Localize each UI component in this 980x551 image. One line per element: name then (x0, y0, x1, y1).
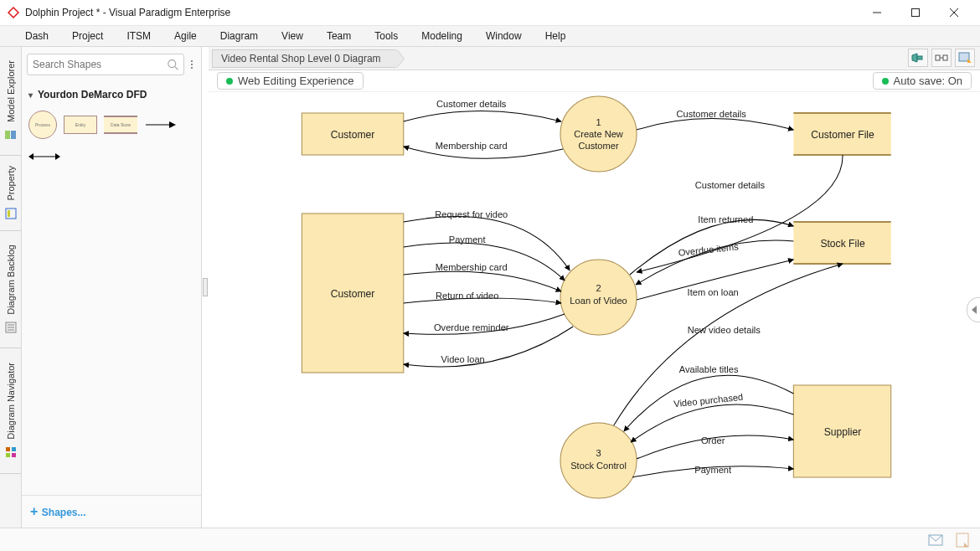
svg-point-18 (168, 60, 175, 68)
menu-help[interactable]: Help (534, 30, 578, 42)
svg-rect-14 (6, 447, 10, 451)
sidetab-diagram-backlog[interactable]: Diagram Backlog (0, 231, 21, 348)
palette-shape-entity[interactable]: Entity (64, 116, 97, 134)
flow-customer-details-1[interactable] (404, 111, 561, 122)
maximize-button[interactable] (896, 0, 935, 25)
menu-window[interactable]: Window (474, 30, 534, 42)
search-shapes-box[interactable] (27, 54, 184, 75)
model-explorer-icon (4, 128, 18, 142)
svg-text:Video loan: Video loan (441, 354, 484, 364)
sidetab-label: Property (6, 166, 16, 201)
sidetab-property[interactable]: Property (0, 156, 21, 231)
svg-text:Item on loan: Item on loan (688, 287, 739, 297)
svg-text:Payment: Payment (449, 234, 486, 245)
shapes-link[interactable]: + Shapes... (30, 507, 85, 518)
titlebar: Dolphin Project * - Visual Paradigm Ente… (0, 0, 980, 25)
close-button[interactable] (935, 0, 973, 25)
svg-rect-6 (5, 131, 10, 139)
svg-text:Create New: Create New (574, 129, 623, 139)
svg-marker-23 (28, 153, 34, 160)
svg-marker-70 (964, 543, 968, 547)
status-dot-icon (882, 78, 889, 85)
window-title: Dolphin Project * - Visual Paradigm Ente… (25, 7, 858, 18)
palette-shape-datastore[interactable]: Data Store (104, 116, 137, 134)
menu-project[interactable]: Project (60, 30, 115, 42)
mail-icon[interactable] (928, 533, 943, 548)
svg-text:Stock Control: Stock Control (570, 461, 627, 471)
svg-text:Customer details: Customer details (436, 99, 507, 109)
svg-rect-17 (12, 453, 16, 457)
menubar: Dash Project ITSM Agile Diagram View Tea… (0, 25, 980, 47)
autosave-chip[interactable]: Auto save: On (873, 72, 972, 90)
svg-text:Request for video: Request for video (435, 209, 508, 219)
web-editing-chip[interactable]: Web Editing Experience (217, 72, 364, 90)
svg-rect-27 (936, 55, 940, 60)
breadcrumb[interactable]: Video Rental Shop Level 0 Diagram (212, 49, 396, 68)
svg-text:Order: Order (701, 435, 725, 445)
svg-text:Customer: Customer (578, 141, 618, 151)
navigator-icon (4, 445, 18, 459)
palette-shape-process[interactable]: Process (28, 111, 57, 139)
svg-text:New video details: New video details (688, 325, 761, 335)
svg-text:Stock File: Stock File (820, 238, 865, 250)
megaphone-icon (911, 52, 925, 64)
svg-rect-8 (6, 209, 16, 219)
sidetab-diagram-navigator[interactable]: Diagram Navigator (0, 348, 21, 474)
svg-text:Customer: Customer (331, 288, 375, 300)
feedback-button[interactable] (908, 49, 928, 67)
svg-line-19 (175, 67, 178, 70)
menu-diagram[interactable]: Diagram (209, 30, 270, 42)
canvas-area: Video Rental Shop Level 0 Diagram Web Ed… (209, 47, 980, 528)
menu-itsm[interactable]: ITSM (115, 30, 162, 42)
chevron-down-icon: ▾ (28, 90, 33, 100)
menu-agile[interactable]: Agile (162, 30, 209, 42)
canvas-icon (958, 52, 972, 64)
menu-modeling[interactable]: Modeling (410, 30, 474, 42)
svg-text:Membership card: Membership card (436, 141, 508, 151)
palette-footer: + Shapes... (22, 495, 201, 528)
sidetab-label: Model Explorer (6, 60, 16, 122)
svg-text:Overdue items: Overdue items (678, 241, 740, 257)
canvas-options-button[interactable] (955, 49, 975, 67)
menu-tools[interactable]: Tools (363, 30, 410, 42)
status-dot-icon (226, 78, 233, 85)
menu-dash[interactable]: Dash (13, 30, 60, 42)
svg-text:Return of video: Return of video (436, 291, 498, 301)
sidetab-model-explorer[interactable]: Model Explorer (0, 47, 21, 156)
search-icon (167, 58, 178, 71)
svg-text:Supplier: Supplier (824, 426, 862, 438)
sidetab-label: Diagram Backlog (6, 245, 16, 315)
svg-rect-15 (12, 447, 16, 451)
statusbar (0, 528, 980, 551)
flow-membership-card-2[interactable] (404, 271, 561, 291)
svg-rect-16 (6, 453, 10, 457)
svg-rect-7 (11, 131, 16, 139)
palette-group-header[interactable]: ▾ Yourdon DeMarco DFD (22, 80, 201, 106)
svg-text:2: 2 (596, 283, 601, 293)
palette-shape-bidir-flow[interactable] (28, 149, 60, 164)
svg-rect-26 (917, 56, 922, 59)
svg-text:Video purchased: Video purchased (673, 392, 744, 409)
sidetab-label: Diagram Navigator (6, 363, 16, 440)
property-icon (4, 207, 18, 220)
svg-text:Loan of Video: Loan of Video (570, 296, 627, 306)
diagram-canvas[interactable]: Customer 1 Create New Customer Customer … (209, 92, 980, 528)
menu-view[interactable]: View (270, 30, 315, 42)
svg-marker-21 (169, 121, 176, 128)
svg-text:3: 3 (596, 448, 601, 458)
backlog-icon (4, 321, 18, 334)
layout-button[interactable] (931, 49, 952, 67)
flow-customer-details-2[interactable] (637, 119, 793, 131)
diagram-tabbar: Video Rental Shop Level 0 Diagram (209, 47, 980, 70)
palette-shape-flow[interactable] (144, 117, 176, 132)
svg-text:Payment: Payment (694, 465, 731, 475)
splitter[interactable] (202, 47, 209, 528)
minimize-button[interactable] (858, 0, 896, 25)
search-shapes-input[interactable] (33, 59, 163, 70)
svg-rect-69 (957, 533, 968, 547)
palette-more-button[interactable] (188, 60, 196, 69)
flow-video-loan[interactable] (404, 327, 573, 367)
svg-text:Customer details: Customer details (695, 180, 766, 190)
note-icon[interactable] (955, 533, 970, 548)
menu-team[interactable]: Team (315, 30, 363, 42)
